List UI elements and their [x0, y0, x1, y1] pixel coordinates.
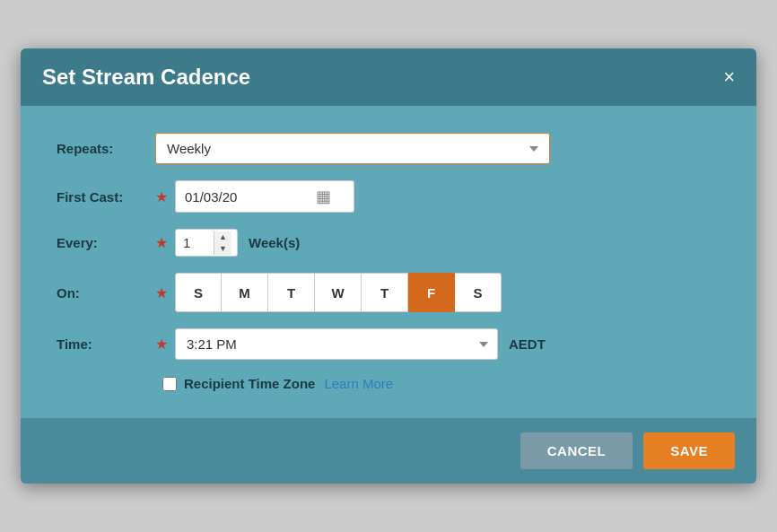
required-star: ★ — [155, 188, 168, 205]
on-row: On: ★ S M T W T F S — [57, 273, 720, 312]
time-row: Time: ★ 3:21 PM AEDT — [57, 328, 720, 360]
required-star-on: ★ — [155, 284, 168, 301]
on-label: On: — [57, 285, 155, 301]
day-wed[interactable]: W — [315, 273, 362, 312]
every-unit-label: Week(s) — [249, 235, 300, 250]
calendar-icon[interactable]: ▦ — [316, 187, 331, 206]
day-fri[interactable]: F — [408, 273, 455, 312]
time-select[interactable]: 3:21 PM — [175, 328, 498, 360]
every-row: Every: ★ ▲ ▼ Week(s) — [57, 229, 720, 257]
spinner-down[interactable]: ▼ — [214, 243, 231, 255]
every-control: ★ ▲ ▼ Week(s) — [155, 229, 720, 257]
dialog-body: Repeats: Weekly Daily Monthly First Cast… — [21, 106, 756, 418]
day-thu[interactable]: T — [362, 273, 408, 312]
recipient-row: Recipient Time Zone Learn More — [162, 376, 720, 391]
learn-more-link[interactable]: Learn More — [324, 376, 393, 391]
repeats-control: Weekly Daily Monthly — [155, 133, 720, 164]
first-cast-label: First Cast: — [57, 189, 155, 205]
every-input[interactable] — [176, 230, 214, 256]
close-button[interactable]: × — [723, 67, 735, 87]
repeats-label: Repeats: — [57, 141, 155, 156]
dialog-footer: CANCEL SAVE — [21, 418, 756, 484]
recipient-timezone-label: Recipient Time Zone — [184, 376, 315, 391]
day-tue[interactable]: T — [268, 273, 315, 312]
dialog-header: Set Stream Cadence × — [21, 48, 756, 106]
date-input[interactable] — [185, 189, 310, 205]
every-input-wrapper: ▲ ▼ — [175, 229, 238, 257]
days-grid: S M T W T F S — [175, 273, 502, 312]
on-control: ★ S M T W T F S — [155, 273, 720, 312]
every-label: Every: — [57, 235, 155, 250]
dialog-title: Set Stream Cadence — [42, 65, 250, 90]
time-label: Time: — [57, 336, 155, 352]
date-input-wrapper: ▦ — [175, 180, 354, 213]
cancel-button[interactable]: CANCEL — [520, 432, 633, 469]
time-select-wrapper: 3:21 PM — [175, 328, 498, 360]
spinner-buttons: ▲ ▼ — [214, 231, 231, 255]
save-button[interactable]: SAVE — [643, 432, 735, 469]
set-stream-cadence-dialog: Set Stream Cadence × Repeats: Weekly Dai… — [21, 48, 756, 484]
time-control: ★ 3:21 PM AEDT — [155, 328, 720, 360]
repeats-row: Repeats: Weekly Daily Monthly — [57, 133, 720, 164]
recipient-timezone-checkbox[interactable] — [162, 377, 177, 391]
spinner-up[interactable]: ▲ — [214, 231, 231, 243]
required-star-time: ★ — [155, 336, 168, 353]
repeats-select[interactable]: Weekly Daily Monthly — [155, 133, 550, 164]
day-sat[interactable]: S — [455, 273, 502, 312]
first-cast-row: First Cast: ★ ▦ — [57, 180, 720, 213]
first-cast-control: ★ ▦ — [155, 180, 720, 213]
required-star-every: ★ — [155, 234, 168, 251]
day-mon[interactable]: M — [222, 273, 268, 312]
timezone-label: AEDT — [509, 336, 546, 352]
day-sun[interactable]: S — [175, 273, 222, 312]
